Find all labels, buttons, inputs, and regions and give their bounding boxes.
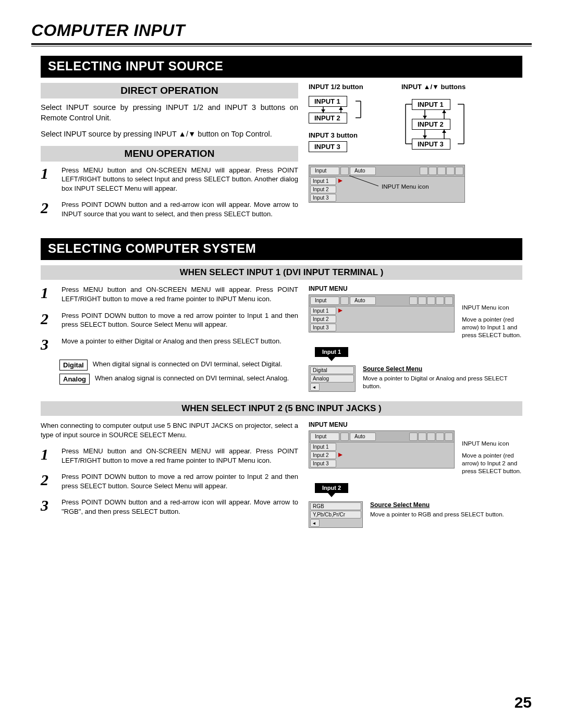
step-text: Press MENU button and ON-SCREEN MENU wil… (62, 166, 298, 193)
menu-item: Y,Pb/Cb,Pr/Cr (310, 511, 361, 519)
menu-back-icon: ◂ (310, 383, 320, 391)
menu-toolbar-icon (445, 297, 453, 305)
diagram-label: INPUT 3 button (309, 131, 387, 139)
option-text: When analog signal is connected on DVI t… (95, 374, 298, 383)
rule-thin (31, 46, 532, 46)
menu-title: Input (310, 297, 339, 305)
menu-icon (340, 167, 349, 175)
step-text: Press MENU button and ON-SCREEN MENU wil… (62, 285, 298, 303)
option-text: When digital signal is connected on DVI … (93, 360, 298, 369)
body-text: Select INPUT source by pressing INPUT 1/… (41, 103, 298, 123)
step-number: 1 (41, 166, 54, 193)
step-number: 3 (41, 337, 54, 352)
source-select-menu: Digital Analog ◂ (309, 365, 356, 392)
caption: INPUT Menu icon (462, 440, 522, 448)
caption-heading: Source Select Menu (370, 501, 522, 509)
svg-line-21 (349, 176, 378, 186)
menu-toolbar-icon (420, 167, 428, 175)
caption: INPUT Menu icon (462, 304, 522, 312)
menu-toolbar-icon (455, 167, 463, 175)
caption-heading: Source Select Menu (363, 365, 522, 373)
menu-toolbar-icon (436, 433, 444, 441)
menu-screenshot: Input Auto Input 1 Input 2 (309, 430, 455, 468)
red-arrow-icon (338, 309, 342, 313)
menu-auto: Auto (350, 433, 376, 441)
menu-item: Analog (310, 375, 354, 382)
diagram-label: INPUT 1/2 button (309, 83, 387, 91)
menu-icon (340, 297, 349, 305)
svg-marker-3 (339, 107, 343, 110)
step-text: Press POINT DOWN button to move a red ar… (62, 311, 298, 329)
page-title: COMPUTER INPUT (31, 21, 532, 40)
menu-item: Input 3 (310, 324, 336, 331)
caption-heading: INPUT MENU (309, 421, 522, 428)
menu-toolbar-icon (409, 297, 418, 305)
svg-marker-10 (442, 110, 446, 113)
diagram-box: INPUT 3 (309, 141, 347, 152)
step-text: Press MENU button and ON-SCREEN MENU wil… (62, 447, 298, 465)
menu-item: Input 2 (310, 186, 336, 193)
body-text: When connecting to computer output use 5… (41, 421, 298, 439)
step-text: Press POINT DOWN button and a red-arrow … (62, 498, 298, 516)
caption: INPUT Menu icon (382, 183, 429, 191)
input-tab-label: Input 2 (322, 485, 341, 491)
step-number: 1 (41, 285, 54, 303)
menu-item: Input 3 (310, 460, 336, 467)
section-banner-2: SELECTING COMPUTER SYSTEM (41, 238, 522, 260)
sub-header-menu: MENU OPERATION (41, 146, 298, 162)
caption-heading: INPUT MENU (309, 285, 522, 292)
menu-toolbar-icon (445, 433, 453, 441)
menu-toolbar-icon (436, 297, 444, 305)
page-number: 25 (515, 694, 532, 711)
menu-item: Input 1 (310, 307, 336, 315)
menu-toolbar-icon (418, 297, 426, 305)
red-arrow-icon (338, 179, 342, 183)
step-text: Press POINT DOWN button to move a red ar… (62, 472, 298, 490)
sub-header-direct: DIRECT OPERATION (41, 83, 298, 98)
caption: Move a pointer to RGB and press SELECT b… (370, 511, 522, 519)
menu-toolbar-icon (409, 433, 418, 441)
diagram-label: INPUT ▲/▼ buttons (401, 83, 506, 91)
step-text: Move a pointer to either Digital or Anal… (62, 337, 298, 352)
step-number: 3 (41, 498, 54, 516)
menu-title: Input (310, 433, 339, 441)
menu-toolbar-icon (437, 167, 446, 175)
menu-toolbar-icon (427, 433, 435, 441)
source-select-menu: RGB Y,Pb/Cb,Pr/Cr ◂ (309, 501, 363, 528)
input-tab: Input 2 (315, 483, 348, 493)
menu-toolbar-icon (427, 297, 435, 305)
menu-item: RGB (310, 502, 361, 510)
step-number: 2 (41, 200, 54, 218)
svg-marker-1 (321, 109, 325, 113)
input-tab-label: Input 1 (322, 349, 341, 355)
sub-header: WHEN SELECT INPUT 1 (DVI INPUT TERMINAL … (41, 265, 522, 280)
rule-thick (31, 43, 532, 45)
menu-toolbar-icon (418, 433, 426, 441)
svg-marker-8 (423, 116, 427, 119)
svg-marker-14 (442, 130, 446, 133)
body-text: Select INPUT source by pressing INPUT ▲/… (41, 129, 298, 140)
menu-title: Input (310, 167, 339, 175)
menu-item: Input 2 (310, 451, 336, 459)
menu-item: Input 1 (310, 443, 336, 451)
step-number: 2 (41, 472, 54, 490)
chevron-down-icon (328, 493, 335, 497)
caption: Move a pointer (red arrow) to Input 2 an… (462, 452, 522, 475)
option-label-digital: Digital (59, 360, 88, 371)
input-tab: Input 1 (315, 347, 348, 357)
caption: Move a pointer to Digital or Analog and … (363, 375, 522, 390)
chevron-down-icon (328, 357, 335, 361)
menu-auto: Auto (350, 297, 376, 305)
red-arrow-icon (338, 453, 342, 457)
menu-icon (340, 433, 349, 441)
menu-item: Digital (310, 366, 354, 374)
option-label-analog: Analog (59, 374, 90, 385)
caption: Move a pointer (red arrow) to Input 1 an… (462, 316, 522, 339)
menu-item: Input 1 (310, 177, 336, 185)
menu-item: Input 3 (310, 194, 336, 202)
svg-marker-12 (423, 135, 427, 139)
menu-back-icon: ◂ (310, 519, 320, 527)
menu-toolbar-icon (429, 167, 437, 175)
sub-header: WHEN SELECT INPUT 2 (5 BNC INPUT JACKS ) (41, 401, 522, 416)
menu-screenshot: Input Auto Input 1 Input 2 (309, 294, 455, 332)
